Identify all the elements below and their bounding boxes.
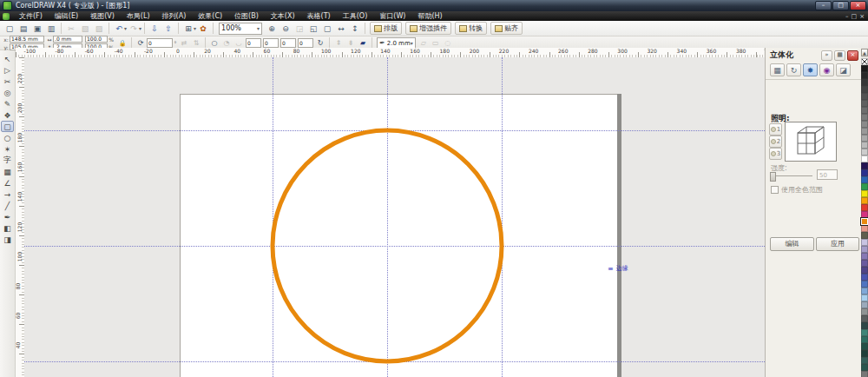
redo-icon[interactable]: ↷ [128,23,140,35]
edit-button[interactable]: 编辑 [770,237,814,251]
blend-tool[interactable]: → [1,188,14,200]
scale-x-field[interactable]: 100.0 [85,36,108,43]
open-icon[interactable]: ▤ [17,23,30,35]
redo-dropdown-icon[interactable]: ▾ [139,25,141,31]
color-swatch[interactable] [861,336,868,343]
menu-编辑[interactable]: 编辑(E) [49,11,84,21]
light-2-button[interactable]: 2 [769,136,782,148]
color-swatch[interactable] [861,93,868,100]
outline-pen-tool[interactable]: ✒ [1,211,14,222]
undo-icon[interactable]: ↶ [113,23,125,35]
light-3-button[interactable]: 3 [769,148,782,160]
zoom-in-icon[interactable]: ⊕ [266,23,278,35]
color-swatch[interactable] [861,142,868,149]
to-front-icon[interactable]: ⇞ [333,38,344,49]
drawing-canvas[interactable]: ≡ 边缘 [24,57,765,377]
arc-angle-field-3[interactable]: 0 [280,38,296,48]
maximize-button[interactable]: □ [832,1,849,10]
crop-tool[interactable]: ✂ [1,76,14,87]
lighting-preview[interactable] [785,122,837,162]
eyedropper-tool[interactable]: ╱ [1,200,14,211]
close-button[interactable]: × [850,1,866,10]
color-swatch[interactable] [861,86,868,93]
color-swatch[interactable] [861,253,868,260]
arc-angle-field-4[interactable]: 0 [298,38,313,48]
pie-mode-icon[interactable]: ◔ [221,38,232,49]
color-swatch[interactable] [861,100,868,107]
interactive-fill-tool[interactable]: ◨ [1,234,14,245]
mirror-horizontal-icon[interactable]: ⇄ [179,38,189,49]
table-tool[interactable]: ▦ [1,166,14,177]
color-swatch[interactable] [861,162,868,169]
save-icon[interactable]: ▣ [31,23,43,35]
light-1-button[interactable]: 1 [769,123,782,136]
size-width-field[interactable]: .0 mm [53,36,82,43]
docker-close-button[interactable]: × [847,50,858,61]
freehand-tool[interactable]: ✎ [1,98,14,109]
doc-minimize-button[interactable]: – [845,13,849,20]
color-swatch[interactable] [861,155,868,162]
docker-collapse-button[interactable]: » [821,50,832,61]
arc-angle-field-2[interactable]: 0 [263,38,279,48]
color-swatch[interactable] [861,183,868,190]
color-swatch[interactable] [861,135,868,142]
arc-direction-icon[interactable]: ↻ [315,38,326,49]
color-swatch[interactable] [861,128,868,135]
color-swatch[interactable] [861,149,868,155]
zoom-tool[interactable]: ◎ [1,87,14,98]
color-swatch[interactable] [861,371,868,377]
menu-表格[interactable]: 表格(T) [301,11,337,21]
ellipse-tool[interactable]: ○ [1,132,14,143]
menu-文件[interactable]: 文件(F) [13,11,49,21]
rectangle-tool[interactable]: ▢ [1,121,14,132]
arc-angle-field-1[interactable]: 0 [246,38,261,48]
menu-工具[interactable]: 工具(O) [337,11,374,21]
color-swatch[interactable] [861,121,868,128]
extrude-lighting-tab[interactable]: ✸ [803,63,818,76]
color-swatch[interactable] [861,322,868,329]
intensity-slider-handle[interactable] [770,172,776,182]
zoom-width-icon[interactable]: ↔ [335,23,347,35]
color-swatch[interactable] [861,274,868,281]
color-swatch[interactable] [861,260,868,267]
color-swatch[interactable] [861,232,868,239]
circle-shape[interactable] [24,57,765,377]
property-tail-icon-1[interactable]: ▱ [418,38,429,49]
no-color-swatch[interactable] [861,58,868,65]
intensity-slider[interactable] [771,175,812,176]
undo-dropdown-icon[interactable]: ▾ [124,25,127,31]
property-tail-icon-3[interactable]: ◌ [443,38,453,49]
paste-icon[interactable]: ▨ [93,23,105,35]
color-swatch[interactable] [861,79,868,86]
color-swatch[interactable] [861,169,868,176]
menu-视图[interactable]: 视图(V) [84,11,121,21]
doc-restore-button[interactable]: □ [852,13,858,20]
plugin-button-4[interactable]: 贴齐 [490,22,523,35]
export-icon[interactable]: ⇧ [162,23,174,35]
color-swatch[interactable] [861,281,868,288]
zoom-out-icon[interactable]: ⊖ [279,23,292,35]
color-swatch[interactable] [861,329,868,336]
new-document-icon[interactable]: ▢ [3,23,16,35]
property-tail-icon-2[interactable]: ▭ [431,38,441,49]
color-swatch[interactable] [861,294,868,301]
cut-icon[interactable]: ✂ [65,23,77,35]
color-swatch[interactable] [861,239,868,246]
color-swatch[interactable] [861,246,868,253]
color-swatch[interactable] [861,204,868,211]
color-swatch[interactable] [861,301,868,308]
menu-效果[interactable]: 效果(C) [192,11,228,21]
color-swatch[interactable] [861,364,868,371]
rotation-field[interactable]: 0 [147,38,173,48]
polygon-tool[interactable]: ✶ [1,143,14,155]
color-swatch[interactable] [861,107,868,114]
plugin-button-2[interactable]: 增强插件 [405,22,451,35]
color-swatch[interactable] [861,190,868,197]
color-swatch[interactable] [861,211,868,218]
apply-button[interactable]: 应用 [816,237,859,251]
color-swatch[interactable] [861,72,868,79]
color-swatch[interactable] [861,308,868,315]
convert-to-curve-icon[interactable]: ▰ [358,38,368,49]
fill-tool[interactable]: ◧ [1,222,14,234]
application-launcher-icon[interactable]: ⊞ [182,23,194,35]
